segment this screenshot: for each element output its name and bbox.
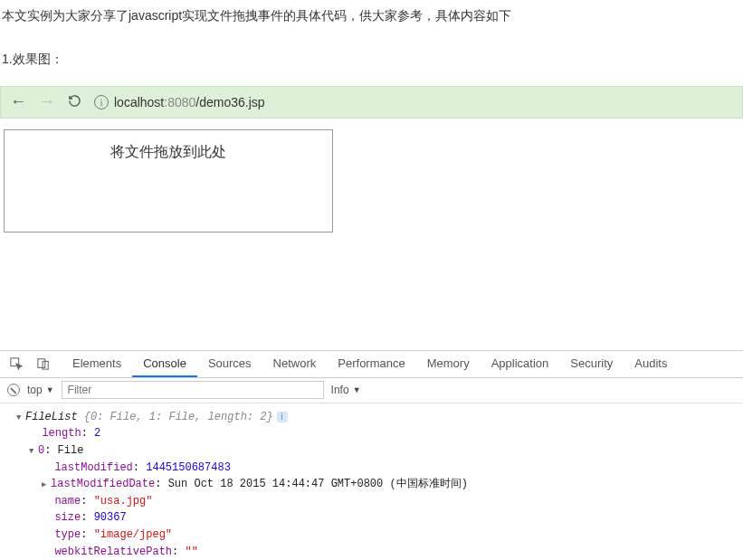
prop-key: webkitRelativePath (54, 546, 172, 558)
prop-value: Sun Oct 18 2015 14:44:47 GMT+0800 (中国标准时… (168, 478, 468, 490)
console-filter-bar: top ▼ Info ▼ (0, 378, 743, 403)
article-paragraph: 1.效果图： (2, 49, 743, 69)
file-dropzone[interactable]: 将文件拖放到此处 (4, 129, 333, 233)
console-row[interactable]: 0: File (29, 442, 743, 460)
prop-value: 1445150687483 (146, 461, 231, 474)
forward-icon[interactable]: → (39, 92, 55, 111)
article-paragraph: 本文实例为大家分享了javascript实现文件拖拽事件的具体代码，供大家参考，… (2, 5, 743, 25)
prop-value: 2 (94, 427, 100, 440)
prop-key: type (54, 528, 81, 541)
tab-sources[interactable]: Sources (197, 350, 262, 377)
devtools-panel: Elements Console Sources Network Perform… (0, 350, 743, 560)
prop-key: lastModified (54, 461, 132, 474)
reload-icon[interactable] (68, 94, 81, 110)
devtools-tabbar: Elements Console Sources Network Perform… (0, 351, 743, 378)
prop-value: "usa.jpg" (94, 495, 153, 508)
tab-console[interactable]: Console (132, 350, 197, 377)
url-host: localhost (114, 95, 164, 109)
prop-value: 90367 (94, 511, 127, 524)
prop-value: "" (185, 546, 197, 558)
tab-network[interactable]: Network (262, 350, 328, 377)
url-path: /demo36.jsp (195, 95, 264, 109)
url-port: :8080 (164, 95, 195, 109)
context-label: top (27, 384, 43, 396)
dropdown-icon: ▼ (353, 385, 361, 394)
prop-key: length (42, 427, 81, 440)
tab-elements[interactable]: Elements (62, 350, 132, 377)
console-row: size: 90367 (42, 509, 743, 527)
log-level-selector[interactable]: Info ▼ (331, 384, 361, 396)
clear-console-icon[interactable] (7, 384, 20, 396)
context-selector[interactable]: top ▼ (27, 384, 54, 396)
console-row: length: 2 (29, 425, 743, 442)
inspect-element-icon[interactable] (7, 355, 25, 373)
site-info-icon[interactable]: i (94, 95, 109, 109)
console-output: FileList {0: File, 1: File, length: 2}i … (0, 403, 743, 560)
tab-application[interactable]: Application (481, 350, 560, 377)
prop-value: "image/jpeg" (94, 528, 172, 541)
dropdown-icon: ▼ (46, 385, 54, 394)
tab-security[interactable]: Security (559, 350, 624, 377)
tab-memory[interactable]: Memory (416, 350, 481, 377)
svg-rect-1 (38, 359, 45, 368)
log-level-label: Info (331, 384, 349, 396)
tab-performance[interactable]: Performance (327, 350, 415, 377)
back-icon[interactable]: ← (10, 92, 26, 111)
console-row: type: "image/jpeg" (42, 527, 743, 544)
prop-value: File (58, 444, 84, 457)
prop-key: lastModifiedDate (51, 478, 155, 490)
address-bar[interactable]: i localhost:8080/demo36.jsp (94, 95, 265, 109)
console-row: lastModified: 1445150687483 (42, 460, 743, 477)
info-badge-icon[interactable]: i (277, 412, 288, 422)
filter-input[interactable] (62, 381, 324, 399)
console-row[interactable]: lastModifiedDate: Sun Oct 18 2015 14:44:… (42, 476, 743, 493)
device-toggle-icon[interactable] (34, 355, 52, 373)
object-summary: {0: File, 1: File, length: 2} (84, 411, 273, 423)
browser-toolbar: ← → i localhost:8080/demo36.jsp (0, 86, 743, 119)
object-name: FileList (25, 411, 84, 423)
console-row: name: "usa.jpg" (42, 493, 743, 510)
console-row[interactable]: FileList {0: File, 1: File, length: 2}i (16, 409, 743, 426)
tab-audits[interactable]: Audits (624, 350, 678, 377)
console-row: webkitRelativePath: "" (42, 544, 743, 560)
prop-key: name (54, 495, 81, 508)
prop-key: size (54, 511, 81, 524)
dropzone-label: 将文件拖放到此处 (110, 144, 226, 159)
